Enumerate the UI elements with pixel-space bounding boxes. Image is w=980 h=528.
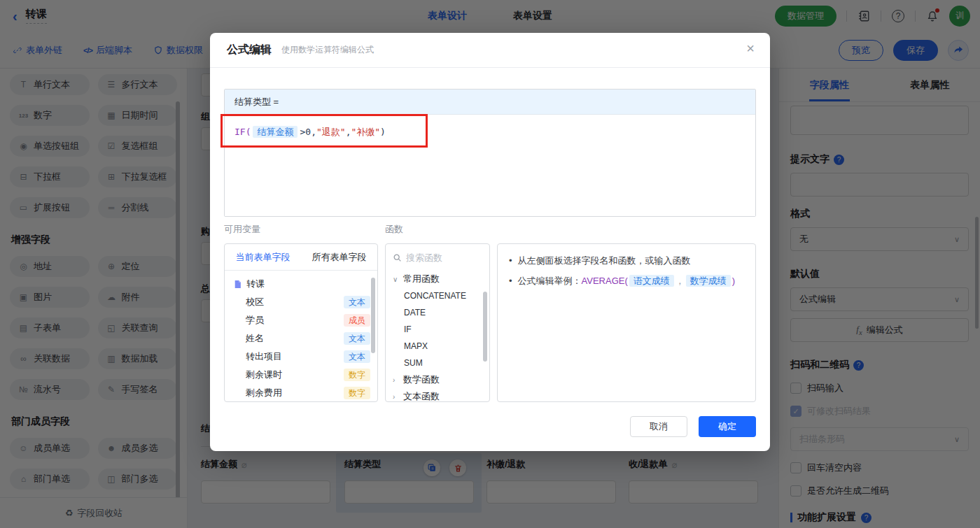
function-item[interactable]: MAPX xyxy=(386,338,489,355)
cancel-button[interactable]: 取消 xyxy=(630,416,687,437)
variables-tabs: 当前表单字段 所有表单字段 xyxy=(225,244,377,271)
bullet: • xyxy=(509,254,512,269)
function-item[interactable]: DATE xyxy=(386,304,489,321)
function-group-text[interactable]: › 文本函数 xyxy=(386,388,489,402)
formula-edit-modal: 公式编辑 使用数学运算符编辑公式 × 结算类型 = IF(结算金额>0,"退款"… xyxy=(210,33,770,451)
help-tip: • 从左侧面板选择字段名和函数，或输入函数 xyxy=(509,254,744,269)
help-panel: • 从左侧面板选择字段名和函数，或输入函数 • 公式编辑举例：AVERAGE(语… xyxy=(497,243,756,402)
functions-scrollbar[interactable] xyxy=(483,292,487,362)
variables-label: 可用变量 xyxy=(224,223,260,236)
variable-row[interactable]: 剩余费用数字 xyxy=(225,384,377,402)
tab-all-form-fields[interactable]: 所有表单字段 xyxy=(312,251,367,264)
formula-close-token: ) xyxy=(380,127,386,137)
functions-panel: ∨ 常用函数 CONCATENATE DATE IF MAPX SUM › 数学… xyxy=(385,243,490,402)
chevron-down-icon: ∨ xyxy=(393,276,400,283)
function-group-common[interactable]: ∨ 常用函数 xyxy=(386,271,489,287)
chevron-right-icon: › xyxy=(393,393,400,401)
formula-editor: 结算类型 = IF(结算金额>0,"退款","补缴") xyxy=(224,89,756,217)
variables-scrollbar[interactable] xyxy=(371,278,375,353)
bullet: • xyxy=(509,274,512,289)
type-badge: 数字 xyxy=(344,369,370,381)
form-node[interactable]: 转课 xyxy=(225,275,377,293)
search-icon xyxy=(393,253,402,262)
confirm-button[interactable]: 确定 xyxy=(699,416,756,437)
variables-panel: 当前表单字段 所有表单字段 转课 校区文本 学员成员 姓名文本 转出项目文本 剩… xyxy=(224,243,378,402)
modal-title: 公式编辑 xyxy=(227,43,272,57)
modal-header: 公式编辑 使用数学运算符编辑公式 × xyxy=(210,33,770,68)
formula-operator-token: >0, xyxy=(300,127,316,137)
type-badge: 文本 xyxy=(344,332,370,345)
variables-list: 转课 校区文本 学员成员 姓名文本 转出项目文本 剩余课时数字 剩余费用数字 xyxy=(225,271,377,402)
tab-current-form-fields[interactable]: 当前表单字段 xyxy=(236,251,290,264)
variable-row[interactable]: 剩余课时数字 xyxy=(225,366,377,384)
formula-string-token: "补缴" xyxy=(351,127,380,137)
example-close-paren: ) xyxy=(732,276,735,286)
example-function: AVERAGE( xyxy=(582,276,628,286)
functions-label: 函数 xyxy=(385,223,403,236)
form-file-icon xyxy=(233,280,242,289)
example-field-chip: 语文成绩 xyxy=(629,275,674,287)
type-badge: 数字 xyxy=(344,387,370,399)
function-item[interactable]: IF xyxy=(386,321,489,338)
formula-field-token[interactable]: 结算金额 xyxy=(253,126,298,138)
function-item[interactable]: SUM xyxy=(386,355,489,371)
example-field-chip: 数学成绩 xyxy=(686,275,731,287)
variable-row[interactable]: 姓名文本 xyxy=(225,329,377,348)
function-search-input[interactable] xyxy=(406,252,482,263)
formula-target: 结算类型 = xyxy=(225,90,755,115)
modal-subtitle: 使用数学运算符编辑公式 xyxy=(281,44,374,56)
help-example: • 公式编辑举例：AVERAGE(语文成绩，数学成绩) xyxy=(509,274,744,289)
type-badge: 文本 xyxy=(344,350,370,363)
formula-input-area[interactable]: IF(结算金额>0,"退款","补缴") xyxy=(225,115,755,217)
app-window: ‹ 转课 表单设计 表单设置 数据管理 ? 训 表单外链 xyxy=(0,0,980,528)
function-item[interactable]: CONCATENATE xyxy=(386,287,489,304)
formula-function-token: IF( xyxy=(234,127,251,137)
close-icon[interactable]: × xyxy=(746,41,755,55)
function-group-math[interactable]: › 数学函数 xyxy=(386,371,489,388)
type-badge: 文本 xyxy=(344,296,370,308)
type-badge: 成员 xyxy=(344,314,370,327)
formula-string-token: "退款" xyxy=(316,127,346,137)
chevron-right-icon: › xyxy=(393,376,400,384)
function-search xyxy=(386,244,489,271)
variable-row[interactable]: 校区文本 xyxy=(225,293,377,311)
variable-row[interactable]: 学员成员 xyxy=(225,311,377,329)
variable-row[interactable]: 转出项目文本 xyxy=(225,348,377,366)
